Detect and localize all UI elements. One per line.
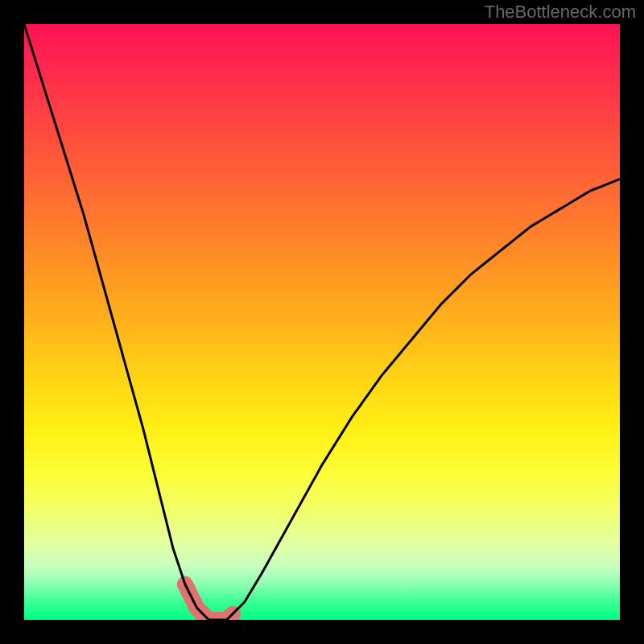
curve-layer bbox=[24, 24, 620, 620]
bottleneck-curve bbox=[24, 24, 620, 620]
indicator-group bbox=[185, 584, 233, 620]
plot-area bbox=[24, 24, 620, 620]
chart-frame: TheBottleneck.com bbox=[0, 0, 644, 644]
watermark-text: TheBottleneck.com bbox=[485, 2, 636, 23]
